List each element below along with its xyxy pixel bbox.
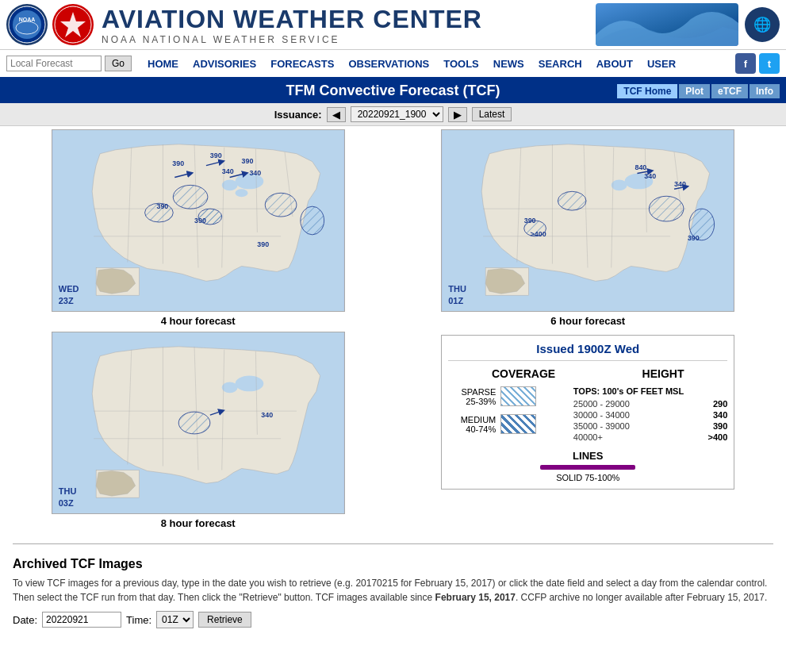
sparse-swatch [500,386,536,406]
height-table: TOPS: 100's OF FEET MSL 25000 - 29000 29… [573,386,727,442]
svg-point-27 [301,206,324,235]
svg-text:340: 340 [249,169,261,177]
height-row-390: 35000 - 39000 390 [573,421,727,431]
header-right: 🌐 [596,3,780,46]
height-val-290: 290 [713,399,727,409]
svg-point-39 [612,179,627,190]
title-bar-buttons: TCF Home Plot eTCF Info [617,84,780,98]
issuance-prev-button[interactable]: ◀ [327,107,346,122]
svg-point-64 [235,376,263,392]
svg-text:840: 840 [635,163,647,171]
local-forecast-input[interactable] [6,56,102,71]
maps-section: 390 390 340 390 340 390 390 390 WED 23Z … [0,126,786,537]
height-val-390: 390 [713,421,727,431]
svg-text:390: 390 [688,234,700,242]
svg-point-26 [265,193,297,217]
medium-swatch [500,414,536,434]
map-4hour-cell: 390 390 340 390 340 390 390 390 WED 23Z … [3,129,393,332]
legend-headers: COVERAGE HEIGHT [448,367,727,380]
map8h-timestamp: THU 03Z [59,486,77,509]
height-row-340: 30000 - 34000 340 [573,410,727,420]
svg-text:340: 340 [221,167,233,175]
medium-coverage-item: MEDIUM 40-74% [448,414,567,434]
archive-date-reference: February 15, 2017 [435,592,516,603]
svg-text:390: 390 [210,152,222,159]
page-title-bar: TFM Convective Forecast (TCF) TCF Home P… [0,79,786,103]
svg-text:340: 340 [645,172,657,180]
solid-line-swatch [540,465,635,470]
nav-news[interactable]: NEWS [487,56,531,71]
nav-tools[interactable]: TOOLS [437,56,485,71]
map-4hour: 390 390 340 390 340 390 390 390 WED 23Z [52,129,345,312]
archive-description: To view TCF images for a previous day, t… [13,576,773,605]
twitter-icon[interactable]: t [759,53,780,74]
nws-logo [52,4,94,45]
height-val-400: >400 [707,432,727,442]
height-row-290: 25000 - 29000 290 [573,399,727,409]
nav-search[interactable]: SEARCH [532,56,589,71]
facebook-icon[interactable]: f [735,53,756,74]
tops-label: TOPS: 100's OF FEET MSL [573,386,727,396]
svg-point-51 [650,196,684,221]
map4h-timestamp: WED 23Z [59,283,79,306]
svg-point-23 [173,185,208,209]
lines-section: LINES SOLID 75-100% [448,450,727,482]
map8h-label: 8 hour forecast [161,514,236,534]
local-forecast-search[interactable]: Go [6,56,132,71]
site-title: AVIATION WEATHER CENTER [102,5,596,34]
issuance-select[interactable]: 20220921_1900 [351,106,443,122]
map-8hour-cell: 340 THU 03Z 8 hour forecast [3,332,393,534]
tcf-home-button[interactable]: TCF Home [617,84,677,98]
sparse-coverage-item: SPARSE 25-39% [448,386,567,406]
map-6hour: 840 340 340 390 390 >400 THU 01Z [441,129,734,312]
retrieve-button[interactable]: Retrieve [198,612,251,628]
etcf-button[interactable]: eTCF [711,84,748,98]
info-button[interactable]: Info [750,84,780,98]
svg-text:390: 390 [257,240,269,248]
medium-label: MEDIUM 40-74% [448,415,496,434]
nav-observations[interactable]: OBSERVATIONS [342,56,435,71]
issuance-next-button[interactable]: ▶ [448,107,467,122]
date-label: Date: [13,614,37,626]
site-header: NOAA AVIATION WEATHER CENTER NOAA NATION… [0,0,786,50]
solid-label: SOLID 75-100% [448,473,727,482]
svg-point-9 [235,189,247,197]
nav-user[interactable]: USER [641,56,682,71]
legend-cell: Issued 1900Z Wed COVERAGE HEIGHT SPARSE … [393,332,784,534]
legend-panel: Issued 1900Z Wed COVERAGE HEIGHT SPARSE … [441,335,734,490]
svg-text:390: 390 [524,217,536,225]
map4h-label: 4 hour forecast [161,312,236,332]
svg-point-50 [558,191,587,210]
noaa-logo: NOAA [6,4,48,45]
time-select[interactable]: 01Z 03Z 05Z 07Z 09Z 11Z 13Z 15Z 17Z 19Z … [156,611,194,628]
header-logos: NOAA [6,4,94,45]
nav-links: HOME ADVISORIES FORECASTS OBSERVATIONS T… [141,56,682,71]
nav-advisories[interactable]: ADVISORIES [186,56,263,71]
nav-forecasts[interactable]: FORECASTS [264,56,340,71]
height-row-400: 40000+ >400 [573,432,727,442]
svg-point-74 [178,412,210,434]
site-subtitle: NOAA NATIONAL WEATHER SERVICE [102,34,596,45]
svg-text:390: 390 [156,202,168,210]
plot-button[interactable]: Plot [679,84,710,98]
date-input[interactable] [42,612,121,628]
legend-body: SPARSE 25-39% MEDIUM 40-74% TOPS: 100's … [448,386,727,444]
height-range-400: 40000+ [573,432,603,442]
legend-height: TOPS: 100's OF FEET MSL 25000 - 29000 29… [573,386,727,444]
local-forecast-go-button[interactable]: Go [105,56,132,71]
svg-text:390: 390 [172,159,184,167]
globe-icon: 🌐 [745,7,780,42]
height-header: HEIGHT [642,367,684,380]
svg-point-8 [221,179,237,190]
svg-point-65 [221,382,237,393]
nav-home[interactable]: HOME [141,56,185,71]
legend-coverage: SPARSE 25-39% MEDIUM 40-74% [448,386,573,444]
sparse-label: SPARSE 25-39% [448,387,496,406]
svg-text:340: 340 [261,411,273,419]
site-title-block: AVIATION WEATHER CENTER NOAA NATIONAL WE… [94,5,596,45]
issuance-latest-link[interactable]: Latest [472,107,512,121]
archive-text-after: . CCFP archive no longer available after… [516,592,767,603]
archive-section: Archived TCF Images To view TCF images f… [0,551,786,635]
map-8hour: 340 THU 03Z [52,332,345,514]
nav-about[interactable]: ABOUT [590,56,639,71]
